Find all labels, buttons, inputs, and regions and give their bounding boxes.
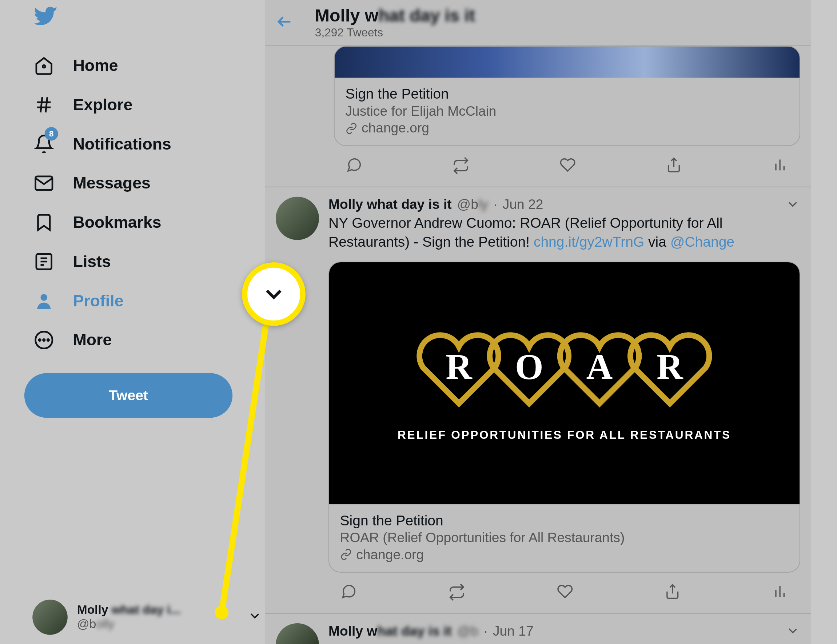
nav-bookmarks[interactable]: Bookmarks	[25, 203, 265, 242]
reply-button[interactable]	[346, 157, 362, 177]
card-subtitle: ROAR (Relief Opportunities for All Resta…	[340, 530, 789, 545]
nav-label: Lists	[73, 252, 111, 271]
link-icon	[340, 548, 352, 560]
card-title: Sign the Petition	[340, 512, 789, 529]
retweet-button[interactable]	[448, 583, 466, 604]
mail-icon	[34, 173, 54, 194]
nav-more[interactable]: More	[25, 320, 265, 360]
nav-label: Messages	[73, 174, 151, 193]
retweet-button[interactable]	[452, 157, 469, 177]
nav-label: Notifications	[73, 135, 171, 154]
nav-label: More	[73, 331, 112, 350]
tweet-count: 3,292 Tweets	[315, 26, 475, 39]
tweet-author[interactable]: Molly what day is it	[328, 197, 452, 212]
nav-messages[interactable]: Messages	[25, 164, 265, 203]
profile-name: Molly what day is it	[315, 5, 475, 26]
more-icon	[34, 330, 54, 350]
account-display-name: Molly what day i...	[77, 603, 238, 617]
analytics-button[interactable]	[772, 583, 788, 604]
like-button[interactable]	[560, 157, 576, 177]
chevron-down-icon	[247, 608, 262, 626]
reply-button[interactable]	[340, 583, 357, 604]
nav-label: Home	[73, 56, 118, 75]
analytics-button[interactable]	[772, 157, 788, 177]
avatar	[32, 600, 68, 635]
tweet-actions	[334, 146, 800, 186]
card-domain: change.org	[340, 547, 789, 562]
nav-explore[interactable]: Explore	[25, 85, 265, 125]
nav-label: Bookmarks	[73, 213, 161, 232]
tweet-mention[interactable]: @Change	[670, 234, 734, 250]
svg-line-3	[40, 97, 42, 112]
avatar[interactable]	[276, 623, 319, 644]
tweet-text: NY Governor Andrew Cuomo: ROAR (Relief O…	[328, 214, 800, 252]
twitter-logo-icon[interactable]	[34, 7, 265, 34]
hash-icon	[34, 95, 54, 115]
card-image	[335, 46, 799, 77]
svg-point-13	[43, 339, 45, 341]
card-image-tagline: RELIEF OPPORTUNITIES FOR ALL RESTAURANTS	[397, 428, 731, 442]
nav-home[interactable]: Home	[25, 46, 265, 85]
list-icon	[34, 251, 54, 272]
card-domain: change.org	[345, 120, 789, 136]
chevron-down-icon	[260, 281, 287, 307]
card-image: R O A R RELIEF OPPORTUNITIES FOR ALL RES…	[329, 262, 799, 504]
svg-point-0	[43, 65, 45, 68]
annotation-callout	[242, 262, 305, 326]
bookmark-icon	[34, 212, 54, 233]
nav-label: Profile	[73, 291, 124, 310]
share-button[interactable]	[666, 157, 682, 177]
profile-header: Molly what day is it 3,292 Tweets	[265, 0, 811, 46]
tweet-author[interactable]: Molly what day is it	[328, 623, 452, 639]
tweet-more-button[interactable]	[785, 623, 800, 641]
nav-profile[interactable]: Profile	[25, 281, 265, 320]
svg-point-14	[47, 339, 49, 341]
card-subtitle: Justice for Elijah McClain	[345, 104, 789, 119]
tweet-link[interactable]: chng.it/gy2wTrnG	[533, 234, 644, 250]
link-card[interactable]: Sign the Petition Justice for Elijah McC…	[334, 46, 800, 146]
svg-line-4	[46, 97, 47, 112]
back-button[interactable]	[276, 12, 293, 33]
compose-tweet-button[interactable]: Tweet	[25, 373, 233, 418]
tweet[interactable]: Molly what day is it @b · Jun 17	[265, 613, 811, 644]
nav-lists[interactable]: Lists	[25, 242, 265, 281]
avatar[interactable]	[276, 197, 319, 240]
card-title: Sign the Petition	[345, 86, 789, 102]
link-card[interactable]: R O A R RELIEF OPPORTUNITIES FOR ALL RES…	[328, 261, 800, 572]
tweet-actions	[328, 572, 800, 613]
timeline: Molly what day is it 3,292 Tweets Sign t…	[265, 0, 811, 644]
svg-point-10	[40, 294, 47, 301]
tweet-date[interactable]: Jun 22	[503, 197, 543, 212]
tweet-date[interactable]: Jun 17	[493, 623, 533, 639]
notification-badge: 8	[45, 127, 58, 140]
home-icon	[34, 55, 54, 76]
share-button[interactable]	[664, 583, 681, 604]
tweet-more-button[interactable]	[785, 197, 800, 214]
like-button[interactable]	[557, 583, 573, 604]
svg-point-12	[39, 339, 41, 341]
link-icon	[345, 122, 357, 134]
nav-notifications[interactable]: 8 Notifications	[25, 125, 265, 164]
profile-icon	[34, 291, 54, 311]
nav-label: Explore	[73, 95, 133, 114]
tweet-handle[interactable]: @b	[457, 623, 478, 639]
sidebar: Home Explore 8 Notifications Messages Bo…	[25, 0, 265, 644]
tweet[interactable]: Molly what day is it @bly · Jun 22 NY Go…	[265, 187, 811, 613]
account-switcher[interactable]: Molly what day i... @bolly	[32, 600, 262, 635]
account-handle: @bolly	[77, 617, 238, 631]
tweet-handle[interactable]: @bly	[457, 197, 488, 212]
